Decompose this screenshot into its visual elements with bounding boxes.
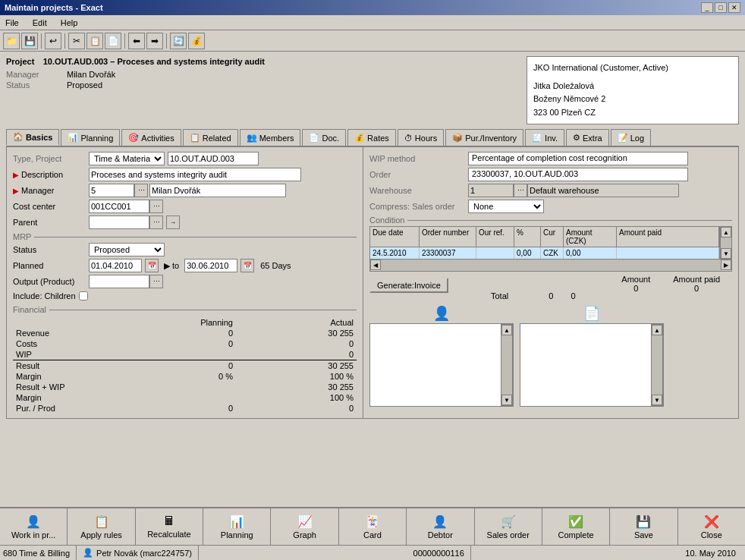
complete-button[interactable]: ✅ Complete — [542, 508, 610, 545]
cost-center-lookup-button[interactable]: ⋯ — [149, 200, 163, 213]
tab-members[interactable]: 👥 Members — [240, 129, 301, 146]
close-button[interactable]: ❌ Close — [678, 508, 745, 545]
tab-basics[interactable]: 🏠 Basics — [6, 129, 59, 146]
apply-rules-icon: 📋 — [94, 514, 109, 529]
cell-due-date: 24.5.2010 — [370, 247, 420, 259]
warehouse-lookup-button[interactable]: ⋯ — [514, 184, 527, 197]
minimize-button[interactable]: _ — [701, 2, 713, 13]
toolbar-open[interactable]: 📁 — [3, 33, 20, 49]
margin2-row: Margin 100 % — [13, 392, 357, 403]
result-wip-row: Result + WIP 30 255 — [13, 382, 357, 392]
tab-rates[interactable]: 💰 Rates — [347, 129, 396, 146]
generate-invoice-button[interactable]: Generate:Invoice — [369, 278, 448, 293]
scroll-down-button[interactable]: ▼ — [721, 248, 731, 259]
tab-log[interactable]: 📝 Log — [611, 129, 651, 146]
attachment-area: 👤 ▲ ▼ 📄 ▲ ▼ — [369, 305, 732, 407]
planning-button[interactable]: 📊 Planning — [203, 508, 271, 545]
status-label: Status — [6, 80, 67, 90]
debtor-label: Debtor — [428, 530, 453, 540]
toolbar-copy[interactable]: 📋 — [86, 33, 103, 49]
toolbar-paste[interactable]: 📄 — [105, 33, 121, 49]
tab-doc[interactable]: 📄 Doc. — [302, 129, 346, 146]
parent-lookup-button[interactable]: ⋯ — [149, 216, 163, 229]
tab-pur-inventory[interactable]: 📦 Pur./Inventory — [445, 129, 523, 146]
condition-scrollbar[interactable]: ▲ ▼ — [720, 226, 732, 260]
cost-center-input[interactable] — [89, 200, 149, 213]
complete-label: Complete — [558, 530, 594, 540]
recalculate-button[interactable]: 🖩 Recalculate — [136, 508, 203, 545]
toolbar-forward[interactable]: ➡ — [146, 33, 163, 49]
scroll-up-button[interactable]: ▲ — [721, 227, 731, 238]
cell-amount-paid — [617, 247, 719, 259]
tab-hours[interactable]: ⏱ Hours — [398, 129, 444, 146]
include-checkbox[interactable] — [79, 291, 88, 300]
graph-button[interactable]: 📈 Graph — [271, 508, 338, 545]
attach-scroll-down-right[interactable]: ▼ — [652, 395, 662, 405]
col-actual: Actual — [236, 317, 357, 328]
manager-name-input[interactable] — [149, 184, 286, 197]
scroll-left-button[interactable]: ◀ — [370, 260, 381, 270]
menu-file[interactable]: File — [3, 17, 21, 28]
description-input[interactable] — [89, 168, 301, 181]
work-in-progress-button[interactable]: 👤 Work in pr... — [0, 508, 68, 545]
graph-label: Graph — [293, 530, 316, 540]
compress-select[interactable]: None — [468, 200, 544, 213]
warehouse-id-input[interactable] — [468, 184, 514, 197]
planned-to-calendar[interactable]: 📅 — [240, 259, 254, 272]
planned-from-input[interactable] — [89, 259, 142, 272]
toolbar: 📁 💾 ↩ ✂ 📋 📄 ⬅ ➡ 🔄 💰 — [0, 30, 745, 52]
toolbar-back[interactable]: ⬅ — [128, 33, 145, 49]
maximize-button[interactable]: □ — [715, 2, 727, 13]
toolbar-refresh[interactable]: 🔄 — [170, 33, 187, 49]
parent-input[interactable] — [89, 216, 149, 229]
toolbar-undo[interactable]: ↩ — [45, 33, 61, 49]
amount-col-value: 0 — [621, 284, 650, 293]
tab-activities[interactable]: 🎯 Activities — [121, 129, 181, 146]
grid-data-row[interactable]: 24.5.2010 23300037 0,00 CZK 0,00 — [370, 247, 719, 259]
menu-help[interactable]: Help — [58, 17, 80, 28]
tab-related[interactable]: 📋 Related — [183, 129, 238, 146]
warehouse-name-input[interactable] — [527, 184, 679, 197]
compress-row: Compress: Sales order None — [369, 200, 732, 213]
h-scrollbar[interactable]: ◀ ▶ — [369, 260, 732, 272]
planned-to-input[interactable] — [184, 259, 237, 272]
attach-scroll-up-right[interactable]: ▲ — [652, 325, 662, 335]
output-label: Output (Product) — [13, 277, 89, 286]
window-title: Maintain projects - Exact — [5, 3, 103, 12]
type-select[interactable]: Time & Material — [89, 152, 165, 165]
debtor-button[interactable]: 👤 Debtor — [407, 508, 474, 545]
attach-scrollbar-left[interactable]: ▲ ▼ — [501, 324, 513, 406]
header-section: Project 10.OUT.AUD.003 – Proceses and sy… — [6, 56, 739, 124]
status-select[interactable]: Proposed — [89, 243, 165, 256]
tab-inv[interactable]: 🧾 Inv. — [525, 129, 564, 146]
project-code-input[interactable] — [168, 152, 259, 165]
output-input[interactable] — [89, 275, 149, 288]
content-panels: Type, Project Time & Material ▶ Descript… — [6, 147, 739, 419]
window-controls[interactable]: _ □ ✕ — [701, 2, 740, 13]
recalculate-icon: 🖩 — [163, 514, 175, 528]
attach-scrollbar-right[interactable]: ▲ ▼ — [651, 324, 663, 406]
attach-scroll-up-left[interactable]: ▲ — [501, 325, 512, 335]
card-button[interactable]: 🃏 Card — [339, 508, 407, 545]
toolbar-currency[interactable]: 💰 — [188, 33, 205, 49]
sales-order-button[interactable]: 🛒 Sales order — [475, 508, 542, 545]
company-name: JKO International (Customer, Active) — [533, 61, 732, 75]
parent-arrow-button[interactable]: → — [166, 216, 180, 229]
scroll-right-button[interactable]: ▶ — [721, 260, 731, 270]
tab-planning[interactable]: 📊 Planning — [61, 129, 120, 146]
toolbar-save[interactable]: 💾 — [21, 33, 38, 49]
toolbar-cut[interactable]: ✂ — [68, 33, 85, 49]
save-button[interactable]: 💾 Save — [610, 508, 677, 545]
menu-edit[interactable]: Edit — [30, 17, 49, 28]
apply-rules-button[interactable]: 📋 Apply rules — [68, 508, 135, 545]
save-icon: 💾 — [636, 514, 651, 529]
attach-scroll-down-left[interactable]: ▼ — [501, 395, 512, 405]
result-wip-label: Result + WIP — [13, 382, 89, 392]
manager-lookup-button[interactable]: ⋯ — [134, 184, 148, 197]
manager-id-input[interactable] — [89, 184, 134, 197]
tab-extra[interactable]: ⚙ Extra — [566, 129, 609, 146]
planned-from-calendar[interactable]: 📅 — [145, 259, 159, 272]
attach-track-left — [501, 335, 512, 395]
output-lookup-button[interactable]: ⋯ — [149, 275, 163, 288]
close-button[interactable]: ✕ — [728, 2, 740, 13]
